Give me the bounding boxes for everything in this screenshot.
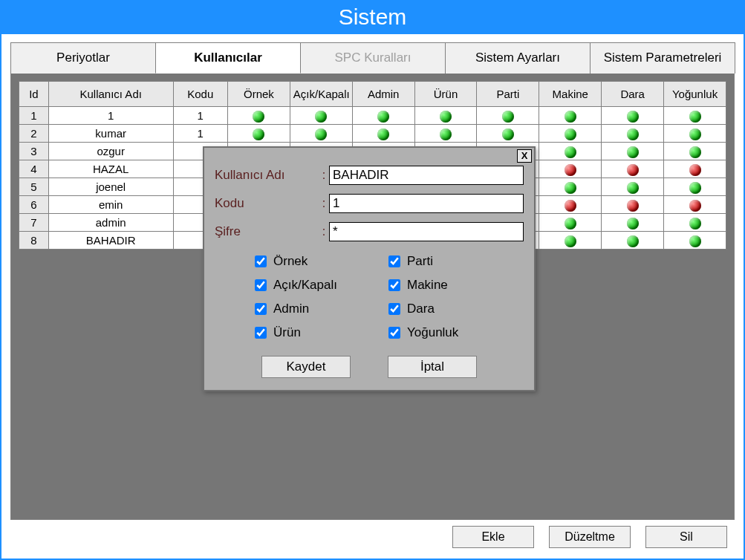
- col-ornek[interactable]: Örnek: [227, 82, 290, 107]
- kodu-input[interactable]: [329, 194, 524, 213]
- table-row[interactable]: 2kumar1: [19, 125, 726, 143]
- cell-flag: [227, 107, 290, 125]
- cell-flag: [602, 214, 664, 232]
- username-input[interactable]: [329, 166, 524, 185]
- sifre-label: Şifre: [215, 224, 319, 239]
- table-row[interactable]: 111: [19, 107, 726, 125]
- col-admin[interactable]: Admin: [352, 82, 414, 107]
- dialog-close-button[interactable]: X: [517, 149, 532, 163]
- checkbox-ornek[interactable]: [255, 255, 267, 267]
- cell-flag: [664, 196, 726, 214]
- status-dot-red-icon: [627, 164, 639, 176]
- status-dot-red-icon: [689, 200, 701, 212]
- cell-flag: [539, 160, 602, 178]
- status-dot-red-icon: [689, 164, 701, 176]
- cell-flag: [414, 107, 477, 125]
- check-acik-kapali[interactable]: Açık/Kapalı: [252, 277, 385, 293]
- col-yogunluk[interactable]: Yoğunluk: [664, 82, 726, 107]
- checkbox-acik-kapali[interactable]: [255, 279, 267, 291]
- checkbox-dara[interactable]: [388, 303, 400, 315]
- cell-flag: [602, 107, 664, 125]
- status-dot-green-icon: [253, 111, 264, 123]
- dialog-row-sifre: Şifre :: [215, 222, 524, 241]
- status-dot-green-icon: [627, 111, 639, 123]
- tab-sistem-parametreleri[interactable]: Sistem Parametreleri: [590, 42, 735, 74]
- status-dot-green-icon: [565, 111, 576, 123]
- tab-bar: Periyotlar Kullanıcılar SPC Kuralları Si…: [10, 42, 735, 74]
- check-urun[interactable]: Ürün: [252, 325, 385, 341]
- status-dot-green-icon: [377, 111, 389, 123]
- checkbox-makine[interactable]: [388, 279, 400, 291]
- dialog-row-kodu: Kodu :: [215, 194, 524, 213]
- checkbox-yogunluk[interactable]: [388, 327, 400, 339]
- cell-name: HAZAL: [48, 160, 173, 178]
- tab-periyotlar[interactable]: Periyotlar: [10, 42, 156, 74]
- col-makine[interactable]: Makine: [539, 82, 602, 107]
- col-urun[interactable]: Ürün: [414, 82, 477, 107]
- status-dot-green-icon: [627, 128, 639, 140]
- status-dot-green-icon: [689, 235, 701, 247]
- cell-flag: [602, 196, 664, 214]
- status-dot-green-icon: [689, 218, 701, 229]
- cell-flag: [539, 107, 602, 125]
- checkbox-parti[interactable]: [388, 255, 400, 267]
- cell-kodu: 1: [173, 107, 227, 125]
- cell-id: 2: [19, 125, 49, 143]
- status-dot-green-icon: [689, 182, 701, 194]
- status-dot-red-icon: [627, 200, 639, 212]
- col-dara[interactable]: Dara: [602, 82, 664, 107]
- col-name[interactable]: Kullanıcı Adı: [48, 82, 173, 107]
- dialog-cancel-button[interactable]: İptal: [388, 356, 477, 378]
- status-dot-green-icon: [440, 128, 452, 140]
- checkbox-urun[interactable]: [255, 327, 267, 339]
- kodu-label: Kodu: [215, 196, 319, 211]
- sifre-input[interactable]: [329, 222, 524, 241]
- dialog-save-button[interactable]: Kaydet: [261, 356, 351, 378]
- cell-flag: [602, 125, 664, 143]
- check-admin[interactable]: Admin: [252, 301, 385, 317]
- tab-sistem-ayarlari[interactable]: Sistem Ayarları: [445, 42, 591, 74]
- check-yogunluk[interactable]: Yoğunluk: [385, 325, 519, 341]
- cell-flag: [227, 125, 290, 143]
- status-dot-green-icon: [315, 128, 327, 140]
- footer-buttons: Ekle Düzeltme Sil: [10, 520, 735, 553]
- status-dot-green-icon: [565, 182, 576, 194]
- cell-id: 4: [19, 160, 49, 178]
- dialog-row-username: Kullanıcı Adı :: [215, 166, 524, 185]
- status-dot-green-icon: [377, 128, 389, 140]
- check-makine[interactable]: Makine: [385, 277, 519, 293]
- status-dot-green-icon: [627, 182, 639, 194]
- username-label: Kullanıcı Adı: [215, 168, 319, 183]
- status-dot-green-icon: [689, 128, 701, 140]
- delete-button[interactable]: Sil: [645, 526, 727, 548]
- status-dot-green-icon: [689, 111, 701, 123]
- col-id[interactable]: Id: [19, 82, 49, 107]
- status-dot-green-icon: [440, 111, 452, 123]
- edit-button[interactable]: Düzeltme: [549, 526, 631, 548]
- status-dot-green-icon: [502, 111, 514, 123]
- cell-flag: [539, 143, 602, 160]
- check-parti[interactable]: Parti: [385, 253, 519, 270]
- dialog-checkboxes: Örnek Açık/Kapalı Admin Ürün Parti Makin…: [252, 253, 524, 341]
- check-dara[interactable]: Dara: [385, 301, 519, 317]
- status-dot-green-icon: [315, 111, 327, 123]
- add-button[interactable]: Ekle: [452, 526, 534, 548]
- tab-kullanicilar[interactable]: Kullanıcılar: [155, 42, 301, 74]
- cell-flag: [539, 214, 602, 232]
- check-ornek[interactable]: Örnek: [252, 253, 385, 270]
- status-dot-red-icon: [565, 164, 576, 176]
- cell-id: 6: [19, 196, 49, 214]
- col-parti[interactable]: Parti: [477, 82, 539, 107]
- cell-flag: [539, 125, 602, 143]
- status-dot-red-icon: [565, 200, 576, 212]
- cell-name: 1: [48, 107, 173, 125]
- status-dot-green-icon: [253, 128, 264, 140]
- cell-flag: [477, 125, 539, 143]
- cell-flag: [477, 107, 539, 125]
- checkbox-admin[interactable]: [255, 303, 267, 315]
- cell-name: kumar: [48, 125, 173, 143]
- col-acik-kapali[interactable]: Açık/Kapalı: [290, 82, 352, 107]
- cell-name: BAHADIR: [48, 232, 173, 250]
- col-kodu[interactable]: Kodu: [173, 82, 227, 107]
- status-dot-green-icon: [565, 235, 576, 247]
